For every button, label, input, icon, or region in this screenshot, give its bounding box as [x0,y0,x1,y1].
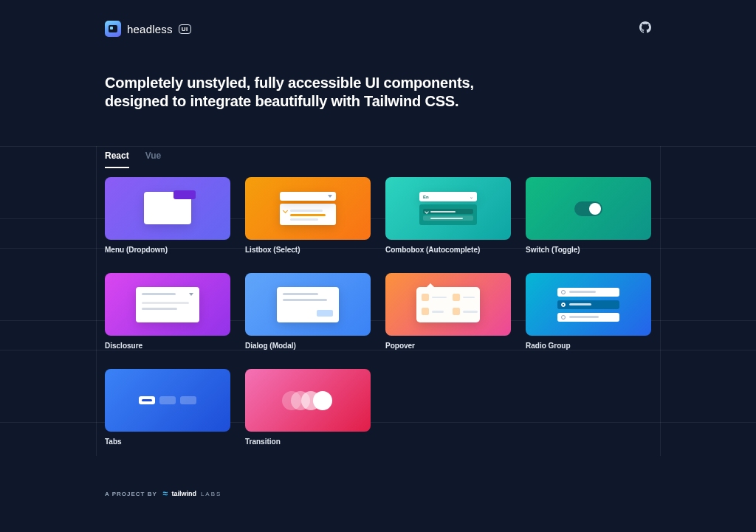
hero-line-2: designed to integrate beautifully with T… [105,93,458,109]
card-switch-art [526,177,651,240]
card-tabs-art [105,369,230,432]
card-dialog[interactable]: Dialog (Modal) [245,273,371,359]
card-transition-label: Transition [245,438,371,446]
combobox-sample-text: En [423,195,429,199]
card-transition[interactable]: Transition [245,369,371,455]
card-radio-art [526,273,651,336]
framework-tabs: React Vue [105,151,651,168]
card-disclosure-art [105,273,230,336]
hero-line-1: Completely unstyled, fully accessible UI… [105,75,474,91]
hero-heading: Completely unstyled, fully accessible UI… [105,74,489,111]
card-combobox-art: En⌄ [385,177,511,240]
card-disclosure-label: Disclosure [105,342,230,350]
card-dialog-art [245,273,371,336]
card-radio[interactable]: Radio Group [526,273,651,359]
card-tabs[interactable]: Tabs [105,369,230,455]
card-combobox-label: Combobox (Autocomplete) [385,246,511,254]
footer-brand: tailwind [171,490,196,497]
github-link[interactable] [639,21,651,36]
tailwind-mark-icon: ≈ [163,488,169,499]
card-popover[interactable]: Popover [385,273,511,359]
card-menu-art [105,177,230,240]
github-icon [639,23,651,35]
logo-mark-icon [105,21,121,37]
card-listbox[interactable]: Listbox (Select) [245,177,371,263]
tab-react[interactable]: React [105,151,129,168]
card-menu-label: Menu (Dropdown) [105,246,230,254]
card-switch-label: Switch (Toggle) [526,246,651,254]
card-tabs-label: Tabs [105,438,230,446]
card-listbox-art [245,177,371,240]
card-radio-label: Radio Group [526,342,651,350]
card-popover-art [385,273,511,336]
card-popover-label: Popover [385,342,511,350]
card-dialog-label: Dialog (Modal) [245,342,371,350]
card-menu[interactable]: Menu (Dropdown) [105,177,230,263]
footer-suffix: LABS [201,491,221,497]
card-switch[interactable]: Switch (Toggle) [526,177,651,263]
component-grid: Menu (Dropdown) Listbox (Select) [105,177,651,455]
card-transition-art [245,369,371,432]
tailwind-labs-link[interactable]: ≈ tailwind LABS [163,488,222,499]
logo[interactable]: headless UI [105,21,191,37]
card-combobox[interactable]: En⌄ Combobox (Autocomplete) [385,177,511,263]
footer-prefix: A PROJECT BY [105,491,157,497]
card-listbox-label: Listbox (Select) [245,246,371,254]
footer: A PROJECT BY ≈ tailwind LABS [105,488,651,499]
logo-text: headless [127,23,173,35]
logo-badge: UI [179,24,191,34]
card-disclosure[interactable]: Disclosure [105,273,230,359]
header: headless UI [105,21,651,37]
tab-vue[interactable]: Vue [145,151,162,168]
